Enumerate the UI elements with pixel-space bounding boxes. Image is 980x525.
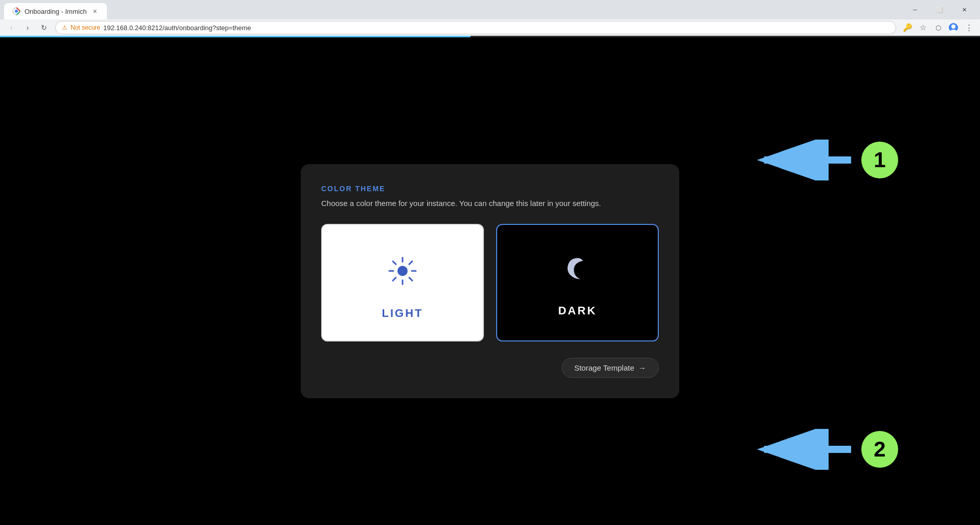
password-manager-icon[interactable]: 🔑 [900,20,915,35]
light-theme-card[interactable]: LIGHT [321,224,484,341]
sun-icon [387,256,418,286]
forward-button[interactable]: › [20,20,35,35]
svg-line-12 [409,261,412,264]
dark-theme-label: DARK [558,304,597,317]
annotation-2: 2 [754,429,898,470]
section-description: Choose a color theme for your instance. … [321,199,659,208]
extensions-icon[interactable]: ⬡ [931,20,945,35]
browser-tab[interactable]: Onboarding - Immich ✕ [4,3,107,19]
storage-template-button[interactable]: Storage Template → [562,358,659,378]
section-title: COLOR THEME [321,185,659,193]
arrow-icon: → [638,363,646,372]
arrow-2-icon [754,429,856,470]
svg-point-5 [397,266,408,276]
annotation-1: 1 [754,140,898,180]
url-text: 192.168.0.240:8212/auth/onboarding?step=… [103,24,889,32]
profile-icon[interactable] [946,20,961,35]
badge-2: 2 [861,431,898,468]
storage-template-label: Storage Template [574,363,634,372]
tab-title: Onboarding - Immich [25,8,86,15]
badge-1: 1 [861,142,898,178]
svg-line-11 [409,278,412,281]
back-button[interactable]: ‹ [4,20,18,35]
onboarding-card: COLOR THEME Choose a color theme for you… [301,164,679,398]
tab-close-button[interactable]: ✕ [91,7,99,15]
minimize-button[interactable]: ─ [903,2,927,18]
security-warning-icon: ⚠ [62,24,68,31]
svg-line-10 [393,261,396,264]
bookmark-icon[interactable]: ☆ [916,20,930,35]
theme-options: LIGHT DARK [321,224,659,341]
dark-theme-card[interactable]: DARK [496,224,659,341]
svg-point-1 [15,10,18,13]
close-button[interactable]: ✕ [952,2,976,18]
light-theme-label: LIGHT [382,307,424,320]
svg-line-13 [393,278,396,281]
security-label: Not secure [71,24,100,31]
moon-icon [564,256,592,284]
tab-favicon [12,7,20,15]
address-bar[interactable]: ⚠ Not secure 192.168.0.240:8212/auth/onb… [55,21,896,34]
restore-button[interactable]: ⬜ [928,2,951,18]
svg-point-3 [951,25,955,29]
arrow-1-icon [754,140,856,180]
menu-icon[interactable]: ⋮ [962,20,976,35]
reload-button[interactable]: ↻ [37,20,51,35]
